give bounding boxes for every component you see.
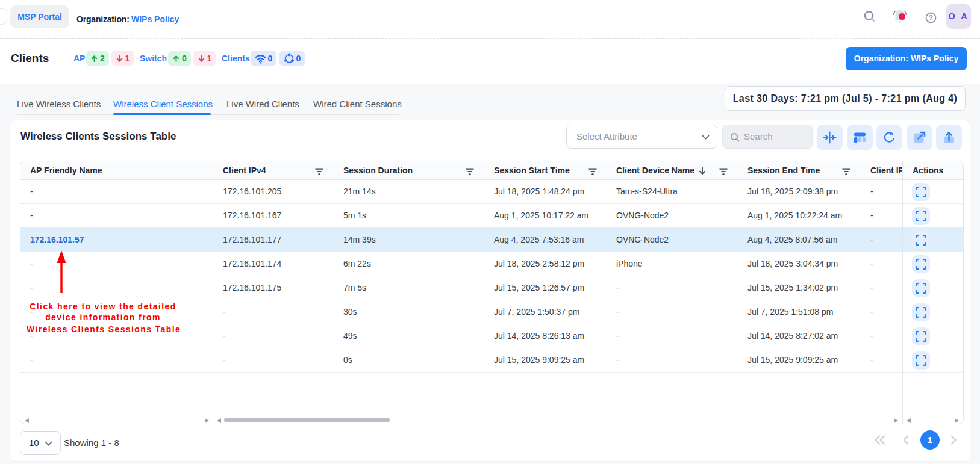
- svg-text:?: ?: [929, 14, 933, 22]
